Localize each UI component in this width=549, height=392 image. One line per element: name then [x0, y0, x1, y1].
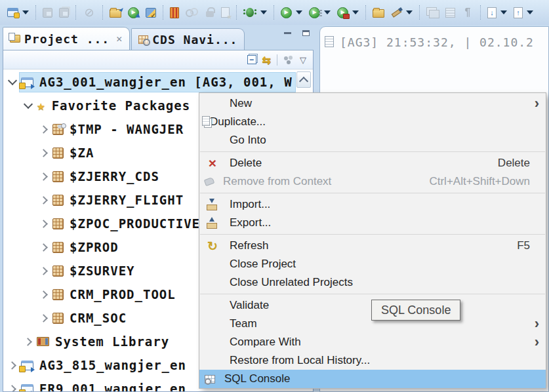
view-toolbar: − ⇆ ▽	[3, 50, 313, 69]
view-tab-bar: Project ... ✕ CDS Navi...	[3, 26, 314, 50]
remove-context-icon	[204, 177, 215, 186]
activate-button[interactable]: ▶	[126, 6, 141, 20]
menu-item-new[interactable]: New›	[199, 94, 546, 113]
link-with-editor-icon[interactable]: ⇆	[262, 54, 271, 66]
tab-cds-navigator[interactable]: CDS Navi...	[131, 28, 245, 50]
new-wizard-button[interactable]	[5, 7, 31, 18]
menu-item-close-project[interactable]: Close Project	[199, 255, 546, 273]
chevron-right-icon[interactable]	[22, 335, 35, 348]
debug-button[interactable]	[241, 7, 269, 18]
view-toolbar-separator	[277, 54, 277, 66]
chevron-right-icon[interactable]	[37, 193, 51, 206]
run-configurations-icon: ▶	[309, 7, 320, 18]
abap-dictionary-button[interactable]	[168, 6, 181, 20]
chevron-down-icon[interactable]	[6, 75, 19, 88]
menu-item-remove-from-context[interactable]: Remove from ContextCtrl+Alt+Shift+Down	[199, 172, 546, 191]
menu-item-restore-from-local-history[interactable]: Restore from Local History...	[199, 351, 546, 370]
previous-annotation-button[interactable]: ↑	[512, 6, 535, 20]
collapse-all-icon[interactable]: −	[247, 55, 256, 64]
menu-item-delete[interactable]: ×DeleteDelete	[199, 154, 546, 172]
skip-all-breakpoints-icon: ⊘	[83, 6, 96, 19]
maximize-view-icon[interactable]	[299, 28, 312, 38]
package-glasses-icon	[52, 124, 64, 135]
open-resource-button[interactable]	[371, 6, 386, 19]
abap-dictionary-icon	[170, 7, 179, 18]
tab-project-explorer[interactable]: Project ... ✕	[3, 27, 130, 50]
chevron-right-icon[interactable]	[37, 311, 51, 324]
chevron-right-icon[interactable]	[37, 288, 51, 301]
dropdown-arrow-icon[interactable]	[22, 10, 29, 14]
dropdown-arrow-icon[interactable]	[406, 10, 413, 14]
chevron-right-icon[interactable]	[37, 170, 51, 183]
menu-item-close-unrelated-projects[interactable]: Close Unrelated Projects	[199, 273, 546, 292]
favorite-object-icon	[221, 7, 230, 18]
menu-item-label: Close Unrelated Projects	[230, 276, 539, 289]
activate-multiple-button[interactable]	[144, 7, 158, 19]
new-wizard-icon	[7, 8, 18, 17]
chevron-right-icon[interactable]	[6, 382, 19, 391]
view-window-buttons	[281, 28, 312, 38]
next-annotation-button[interactable]: ↓	[485, 6, 509, 20]
activate-icon: ▶	[128, 7, 139, 18]
dropdown-arrow-icon[interactable]	[324, 10, 331, 14]
menu-icon-spacer	[205, 317, 220, 330]
toolbar-separator	[236, 5, 237, 20]
view-menu-icon[interactable]: ▽	[300, 55, 306, 65]
tree-item-label: $ZSURVEY	[70, 264, 135, 278]
export-icon	[205, 216, 220, 229]
menu-item-label: Import...	[230, 198, 539, 211]
dropdown-arrow-icon[interactable]	[296, 10, 302, 14]
format-brush-button[interactable]	[389, 6, 415, 19]
profile-button[interactable]: ▶	[335, 6, 361, 20]
tree-item-label: System Library	[55, 334, 169, 349]
toolbar-separator	[480, 5, 481, 20]
dropdown-arrow-icon[interactable]	[260, 10, 267, 14]
dropdown-arrow-icon[interactable]	[352, 10, 359, 14]
toolbar-separator	[419, 5, 420, 20]
menu-item-compare-with[interactable]: Compare With›	[199, 333, 546, 351]
chevron-down-icon[interactable]	[22, 99, 35, 112]
package-icon	[52, 171, 64, 182]
transport-organizer-icon	[186, 8, 199, 17]
chevron-right-icon[interactable]	[37, 123, 51, 136]
focus-related-objects-icon[interactable]	[283, 55, 294, 64]
menu-item-label: Export...	[230, 216, 539, 229]
lock-object-icon	[205, 7, 214, 18]
package-icon	[52, 313, 64, 324]
tree-item-label: $ZPOC_PRODUCTIVE	[70, 216, 200, 231]
chevron-right-icon[interactable]	[37, 146, 51, 159]
scrollbar-up-arrow[interactable]	[296, 71, 311, 88]
menu-item-export[interactable]: Export...	[199, 214, 546, 232]
dropdown-arrow-icon[interactable]	[527, 10, 533, 14]
menu-item-go-into[interactable]: Go Into	[199, 131, 546, 149]
profile-icon: ▶	[337, 7, 348, 18]
context-menu: New›Duplicate...Go Into×DeleteDeleteRemo…	[199, 92, 546, 389]
import-icon	[205, 198, 220, 211]
chevron-right-icon[interactable]	[6, 359, 19, 372]
chevron-right-icon[interactable]	[37, 264, 51, 277]
debug-icon	[246, 8, 254, 17]
minimize-view-icon[interactable]	[281, 28, 294, 38]
run-configurations-button[interactable]: ▶	[307, 6, 333, 20]
dropdown-arrow-icon[interactable]	[500, 10, 507, 14]
open-resource-icon	[373, 9, 384, 18]
menu-item-import[interactable]: Import...	[199, 195, 546, 214]
menu-item-sql-console[interactable]: SQL Console	[199, 370, 546, 388]
package-icon	[52, 218, 64, 229]
chevron-right-icon[interactable]	[37, 241, 51, 254]
menu-separator	[200, 234, 545, 235]
menu-item-refresh[interactable]: ↻RefreshF5	[199, 237, 546, 255]
menu-item-label: Duplicate...	[210, 115, 539, 128]
run-icon: ▶	[281, 7, 292, 18]
menu-item-duplicate[interactable]: Duplicate...	[199, 113, 546, 131]
chevron-right-icon[interactable]	[37, 217, 51, 230]
menu-icon-spacer	[205, 97, 220, 110]
run-button[interactable]: ▶	[279, 6, 304, 20]
close-tab-icon[interactable]: ✕	[116, 33, 123, 45]
toolbar-separator	[365, 5, 366, 20]
open-abap-development-object-button[interactable]	[108, 6, 123, 19]
project-icon	[21, 361, 33, 370]
tree-item-ag3-001-wangjer-en-ag3-001-w[interactable]: AG3_001_wangjer_en [AG3, 001, W	[3, 70, 313, 94]
lock-object-button	[203, 5, 216, 20]
link-with-editor-icon	[426, 7, 439, 18]
